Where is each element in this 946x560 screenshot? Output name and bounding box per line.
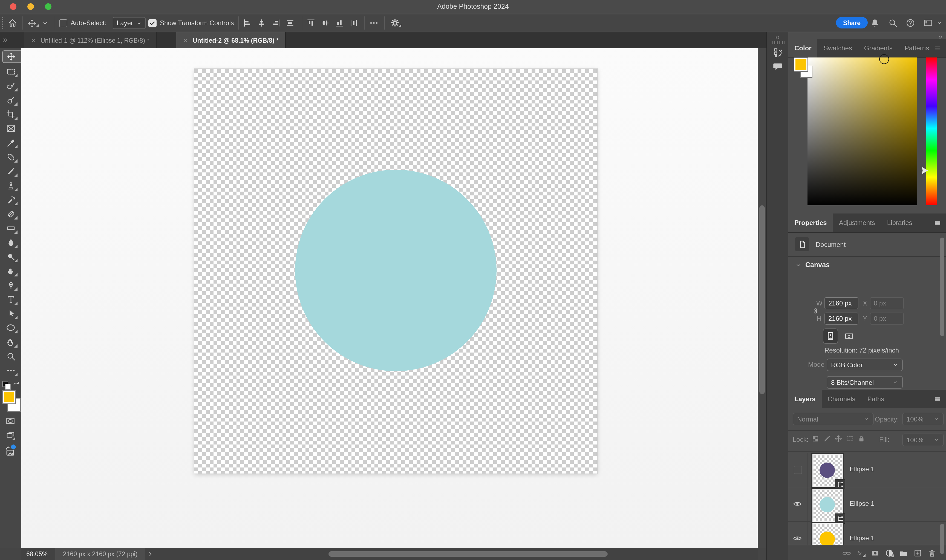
auto-select-target-dropdown[interactable]: Layer xyxy=(113,17,146,29)
align-top-icon[interactable] xyxy=(306,18,316,28)
canvas-section-chevron-icon[interactable] xyxy=(795,262,802,269)
screen-mode-icon[interactable] xyxy=(5,430,17,441)
lock-position-icon[interactable] xyxy=(834,435,843,443)
more-options-icon[interactable] xyxy=(369,18,379,28)
document-tab-untitled-2[interactable]: Untitled-2 @ 68.1% (RGB/8) * xyxy=(176,32,286,48)
color-field-cursor[interactable] xyxy=(879,54,889,64)
layer-name[interactable]: Ellipse 1 xyxy=(850,465,875,473)
layer-name[interactable]: Ellipse 1 xyxy=(850,534,875,542)
layer-fill-field[interactable]: 100% xyxy=(902,434,944,446)
swap-colors-icon[interactable] xyxy=(12,380,20,388)
collapse-dock-chevrons-icon[interactable] xyxy=(774,34,781,41)
hand-tool[interactable] xyxy=(2,335,19,349)
adjustment-layer-icon[interactable] xyxy=(885,549,896,558)
search-icon[interactable] xyxy=(888,18,898,28)
visibility-toggle[interactable] xyxy=(788,453,808,487)
edit-toolbar-button[interactable] xyxy=(2,363,19,377)
lock-transparency-icon[interactable] xyxy=(811,435,820,443)
distribute-horizontal-icon[interactable] xyxy=(349,18,358,28)
pen-tool[interactable] xyxy=(2,278,19,292)
path-selection-tool[interactable] xyxy=(2,306,19,320)
layers-panel-menu-icon[interactable] xyxy=(934,395,941,402)
layer-thumbnail[interactable] xyxy=(812,454,843,487)
tab-layers[interactable]: Layers xyxy=(788,390,821,408)
layer-row-ellipse-1-top[interactable]: Ellipse 1 xyxy=(788,453,946,487)
status-chevron-icon[interactable] xyxy=(147,551,153,557)
workspace-switcher-icon[interactable] xyxy=(923,18,934,28)
layer-thumbnail[interactable] xyxy=(812,489,843,522)
brush-tool[interactable] xyxy=(2,164,19,178)
vertical-scrollbar[interactable] xyxy=(758,48,766,548)
frame-tool[interactable] xyxy=(2,122,19,135)
properties-panel-menu-icon[interactable] xyxy=(934,220,941,227)
help-icon[interactable] xyxy=(906,18,915,28)
default-colors-icon[interactable] xyxy=(2,381,10,389)
layer-effects-fx-icon[interactable] xyxy=(856,549,867,558)
artboard-transparency-checkerboard[interactable] xyxy=(194,69,597,474)
tab-swatches[interactable]: Swatches xyxy=(818,39,858,57)
tab-channels[interactable]: Channels xyxy=(821,390,861,408)
gradient-tool[interactable] xyxy=(2,221,19,235)
lock-artboard-icon[interactable] xyxy=(846,435,854,443)
tab-properties[interactable]: Properties xyxy=(788,214,833,232)
workspace-chevron-icon[interactable] xyxy=(936,20,943,26)
healing-brush-tool[interactable] xyxy=(2,150,19,164)
document-info[interactable]: 2160 px x 2160 px (72 ppi) xyxy=(55,548,145,560)
options-bar-grip[interactable] xyxy=(2,17,5,29)
auto-select-checkbox[interactable] xyxy=(59,19,67,28)
align-bottom-icon[interactable] xyxy=(334,18,345,28)
color-panel-menu-icon[interactable] xyxy=(934,45,941,52)
properties-scrollbar-thumb[interactable] xyxy=(940,238,944,336)
align-left-icon[interactable] xyxy=(243,18,252,28)
new-group-folder-icon[interactable] xyxy=(899,549,908,558)
contextual-taskbar-toggle-icon[interactable] xyxy=(5,446,17,458)
panel-strip-grip[interactable] xyxy=(771,41,785,45)
show-transform-checkbox[interactable] xyxy=(148,19,157,28)
clone-stamp-tool[interactable] xyxy=(2,178,19,192)
dodge-tool[interactable] xyxy=(2,249,19,263)
document-tab-untitled-1[interactable]: Untitled-1 @ 112% (Ellipse 1, RGB/8) * xyxy=(24,32,156,48)
current-tool-icon[interactable] xyxy=(28,18,40,28)
home-icon[interactable] xyxy=(8,18,17,28)
history-panel-icon[interactable] xyxy=(772,46,784,58)
history-brush-tool[interactable] xyxy=(2,193,19,206)
ellipse-shape-tool[interactable] xyxy=(2,321,19,334)
eye-icon[interactable] xyxy=(793,534,802,543)
tool-preset-chevron-icon[interactable] xyxy=(42,20,49,27)
distribute-vertical-icon[interactable] xyxy=(285,18,295,28)
quick-mask-icon[interactable] xyxy=(5,416,16,426)
tab-paths[interactable]: Paths xyxy=(861,390,890,408)
tab-libraries[interactable]: Libraries xyxy=(881,214,918,232)
visibility-toggle[interactable] xyxy=(788,487,808,521)
crop-tool[interactable] xyxy=(2,107,19,121)
quick-selection-tool[interactable] xyxy=(2,93,19,107)
horizontal-scrollbar-thumb[interactable] xyxy=(328,551,608,557)
canvas-x-field[interactable]: 0 px xyxy=(870,297,904,309)
canvas-y-field[interactable]: 0 px xyxy=(870,312,904,325)
layer-row-ellipse-1-middle[interactable]: Ellipse 1 xyxy=(788,487,946,522)
lock-all-icon[interactable] xyxy=(857,435,866,443)
zoom-level-field[interactable]: 68.05% xyxy=(26,551,48,557)
opacity-field[interactable]: 100% xyxy=(902,413,944,425)
ellipse-shape-layer[interactable] xyxy=(295,170,497,371)
link-layers-icon[interactable] xyxy=(842,549,851,558)
blur-tool[interactable] xyxy=(2,235,19,249)
comments-panel-icon[interactable] xyxy=(772,61,783,72)
layers-scrollbar-thumb[interactable] xyxy=(940,524,944,554)
orientation-portrait-button[interactable] xyxy=(823,329,838,343)
canvas-height-field[interactable]: 2160 px xyxy=(824,312,858,325)
align-center-horizontal-icon[interactable] xyxy=(257,18,267,28)
align-right-icon[interactable] xyxy=(271,18,281,28)
bit-depth-select[interactable]: 8 Bits/Channel xyxy=(827,376,903,389)
rectangular-marquee-tool[interactable] xyxy=(2,65,19,78)
eye-icon[interactable] xyxy=(793,499,802,509)
hue-slider[interactable] xyxy=(926,57,937,205)
color-field-gradient[interactable] xyxy=(808,57,917,205)
workspace-settings-gear-icon[interactable] xyxy=(390,17,403,28)
new-layer-icon[interactable] xyxy=(913,549,923,558)
eraser-tool[interactable] xyxy=(2,207,19,221)
layer-name[interactable]: Ellipse 1 xyxy=(850,500,875,508)
canvas-width-field[interactable]: 2160 px xyxy=(824,297,858,309)
notifications-bell-icon[interactable] xyxy=(870,18,880,28)
collapse-toolbar-chevrons-icon[interactable] xyxy=(2,37,9,44)
